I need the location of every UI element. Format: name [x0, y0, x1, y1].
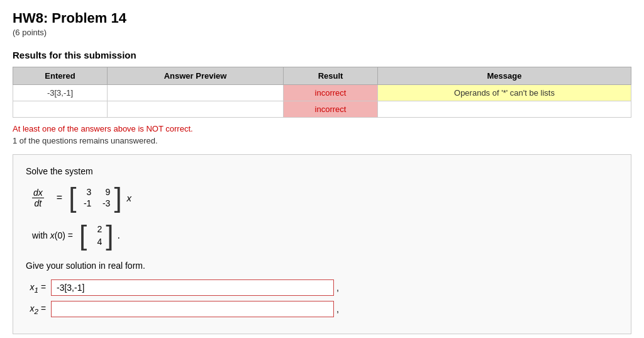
answer-row-1: x1 = ,	[26, 279, 618, 296]
equals-sign: =	[57, 192, 62, 203]
solve-label: Solve the system	[26, 166, 618, 176]
vec-cell-1: 4	[91, 237, 102, 247]
with-label: with x(0) =	[32, 230, 73, 240]
give-text: Give your solution in real form.	[26, 261, 618, 271]
answer-input-1[interactable]	[51, 279, 334, 296]
bracket-right-icon: ]	[114, 184, 121, 211]
comma-2: ,	[336, 304, 339, 314]
vec-bracket-right-icon: ]	[106, 222, 113, 249]
results-table: Entered Answer Preview Result Message -3…	[13, 67, 631, 118]
matrix-cell-00: 3	[80, 187, 91, 197]
initial-condition-line: with x(0) = [ 2 4 ] .	[32, 222, 618, 249]
answer-input-2[interactable]	[51, 301, 334, 317]
period-after-vector: .	[117, 230, 119, 241]
unanswered-warning: 1 of the questions remains unanswered.	[13, 136, 631, 145]
vec-cell-0: 2	[91, 224, 102, 234]
initial-vector: [ 2 4 ]	[79, 222, 113, 249]
answer-label-1: x1 =	[26, 282, 46, 294]
derivative-fraction: dx dt	[32, 188, 44, 208]
table-row: -3[3,-1] incorrect Operands of '*' can't…	[13, 85, 631, 101]
matrix-cell-11: -3	[99, 198, 110, 208]
matrix-variable: x	[127, 193, 132, 203]
matrix-grid: 3 9 -1 -3	[76, 186, 114, 210]
cell-entered-2	[13, 101, 108, 118]
matrix-cell-10: -1	[80, 198, 91, 208]
initial-vector-grid: 2 4	[87, 223, 106, 248]
cell-message-2	[378, 101, 631, 118]
answer-row-2: x2 = ,	[26, 301, 618, 317]
frac-denominator: dt	[33, 198, 43, 208]
matrix-cell-01: 9	[99, 187, 110, 197]
results-title: Results for this submission	[13, 50, 631, 60]
vec-bracket-left-icon: [	[79, 222, 87, 249]
bracket-left-icon: [	[69, 184, 76, 211]
matrix-display: [ 3 9 -1 -3 ]	[69, 184, 121, 211]
points-label: (6 points)	[13, 28, 631, 37]
comma-1: ,	[336, 283, 339, 293]
frac-numerator: dx	[32, 188, 44, 198]
col-header-preview: Answer Preview	[108, 67, 284, 85]
not-correct-warning: At least one of the answers above is NOT…	[13, 124, 631, 133]
cell-message-1: Operands of '*' can't be lists	[378, 85, 631, 101]
cell-result-1: incorrect	[284, 85, 378, 101]
col-header-entered: Entered	[13, 67, 108, 85]
cell-preview-2	[108, 101, 284, 118]
answer-label-2: x2 =	[26, 303, 46, 315]
page-title: HW8: Problem 14	[13, 10, 631, 26]
cell-result-2: incorrect	[284, 101, 378, 118]
col-header-message: Message	[378, 67, 631, 85]
col-header-result: Result	[284, 67, 378, 85]
table-row: incorrect	[13, 101, 631, 118]
problem-box: Solve the system dx dt = [ 3 9 -1 -3 ] x…	[13, 154, 631, 334]
cell-preview-1	[108, 85, 284, 101]
equation-block: dx dt = [ 3 9 -1 -3 ] x	[32, 184, 618, 211]
cell-entered-1: -3[3,-1]	[13, 85, 108, 101]
